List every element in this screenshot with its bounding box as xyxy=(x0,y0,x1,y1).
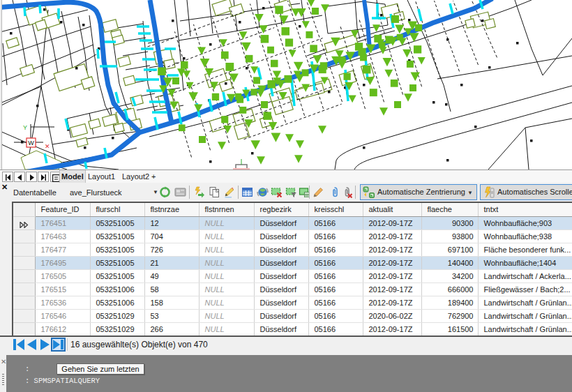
svg-text:✕: ✕ xyxy=(45,143,50,150)
svg-text:W: W xyxy=(28,140,34,146)
svg-text:Y: Y xyxy=(23,124,27,131)
